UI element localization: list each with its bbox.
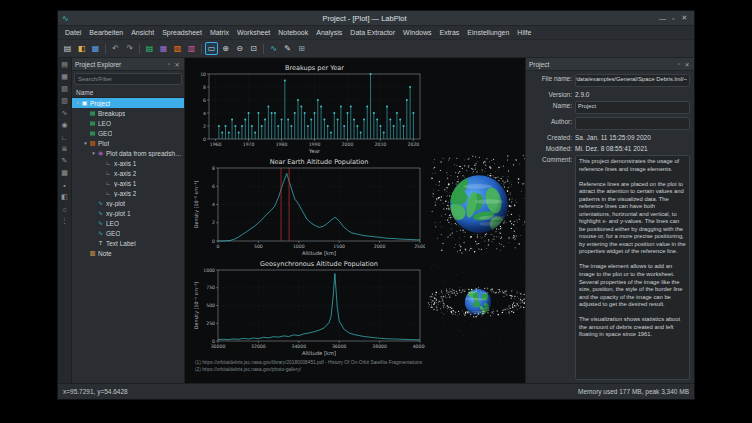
tree-item-xy-plot-1[interactable]: ∿xy-plot 1	[72, 208, 184, 218]
tool-legend-icon[interactable]: ≣	[59, 144, 70, 154]
menu-windows[interactable]: Windows	[399, 29, 435, 36]
close-icon[interactable]: ✕	[173, 61, 181, 68]
tree-item-xy-plot[interactable]: ∿xy-plot	[72, 198, 184, 208]
tree-item-breakups[interactable]: ▤Breakups	[72, 108, 184, 118]
zoom-fit-icon[interactable]: ⊡	[247, 42, 260, 55]
tool-worksheet-icon[interactable]: ▧	[59, 84, 70, 94]
new-notebook-icon[interactable]: ▥	[185, 42, 198, 55]
menu-datei[interactable]: Datei	[61, 29, 85, 36]
new-project-icon[interactable]: ▤	[61, 42, 74, 55]
select-mode-icon[interactable]: ▭	[205, 42, 218, 55]
worksheet-view[interactable]: 19601970198019902000201020200246810Break…	[185, 58, 525, 383]
undock-icon[interactable]: ▫	[675, 61, 683, 67]
redo-icon[interactable]: ↷	[123, 42, 136, 55]
expander-icon[interactable]: ▾	[74, 100, 81, 106]
tool-histogram-icon[interactable]: ▪	[59, 180, 70, 190]
breakups-per-year-chart[interactable]: 19601970198019902000201020200246810Break…	[193, 62, 425, 154]
menu-worksheet[interactable]: Worksheet	[233, 29, 274, 36]
zoom-out-icon[interactable]: ⊖	[233, 42, 246, 55]
svg-text:1980: 1980	[276, 142, 288, 147]
menu-extras[interactable]: Extras	[435, 29, 463, 36]
menu-hilfe[interactable]: Hilfe	[513, 29, 535, 36]
search-input[interactable]: Search/Filter	[74, 73, 182, 85]
field-author: Author:	[530, 117, 690, 130]
memory-usage: Memory used 177 MB, peak 3,340 MB	[578, 388, 689, 395]
menu-ansicht[interactable]: Ansicht	[127, 29, 158, 36]
close-icon[interactable]: ✕	[679, 14, 690, 22]
maximize-icon[interactable]: ▫	[668, 15, 679, 22]
tool-folder-icon[interactable]: ◧	[59, 192, 70, 202]
open-project-icon[interactable]: ◧	[75, 42, 88, 55]
tree-column-header[interactable]: Name	[72, 87, 184, 98]
earth-leo-debris-image[interactable]	[431, 154, 525, 254]
tree-item-leo[interactable]: ▤LEO	[72, 118, 184, 128]
tree-item-note[interactable]: ▥Note	[72, 248, 184, 258]
tree-item-x-axis-2[interactable]: ∟x-axis 2	[72, 168, 184, 178]
menu-notebook[interactable]: Notebook	[274, 29, 312, 36]
tree-item-geo[interactable]: ▤GEO	[72, 128, 184, 138]
tree-item-geo[interactable]: ∿GEO	[72, 228, 184, 238]
zoom-in-icon[interactable]: ⊕	[219, 42, 232, 55]
undock-icon[interactable]: ▫	[165, 61, 173, 67]
close-icon[interactable]: ✕	[683, 61, 691, 68]
curve-icon: ∿	[97, 210, 104, 217]
name-input[interactable]: Project	[575, 101, 690, 114]
tree-item-project[interactable]: ▾▣Project	[72, 98, 184, 108]
grid-icon[interactable]: ⊞	[295, 42, 308, 55]
tree-item-plot-data-from-spreadsheet[interactable]: ▾◉Plot data from spreadsheet	[72, 148, 184, 158]
tool-plot-icon[interactable]: ◉	[59, 120, 70, 130]
undo-icon[interactable]: ↶	[109, 42, 122, 55]
new-worksheet-icon[interactable]: ▧	[171, 42, 184, 55]
tool-matrix-icon[interactable]: ▦	[59, 72, 70, 82]
tool-curve-icon[interactable]: ∿	[59, 108, 70, 118]
tree-item-label: Plot data from spreadsheet	[106, 150, 184, 157]
svg-text:2000: 2000	[342, 142, 354, 147]
add-curve-icon[interactable]: ∿	[267, 42, 280, 55]
tool-more-icon[interactable]: ⋮	[59, 216, 70, 226]
menu-einstellungen[interactable]: Einstellungen	[463, 29, 513, 36]
project-explorer-header[interactable]: Project Explorer ▫ ✕	[72, 58, 184, 71]
expander-icon[interactable]: ▾	[90, 150, 97, 156]
tool-label-icon[interactable]: ✎	[59, 156, 70, 166]
menu-spreadsheet[interactable]: Spreadsheet	[158, 29, 206, 36]
new-matrix-icon[interactable]: ▦	[157, 42, 170, 55]
tree-item-label: LEO	[98, 120, 111, 127]
project-properties-header[interactable]: Project ▫ ✕	[526, 58, 694, 71]
toolbar-separator	[201, 44, 202, 54]
tool-image-icon[interactable]: ▩	[59, 168, 70, 178]
menu-bearbeiten[interactable]: Bearbeiten	[85, 29, 127, 36]
svg-text:2: 2	[212, 220, 215, 225]
project-explorer-title: Project Explorer	[75, 61, 121, 68]
author-input[interactable]	[575, 117, 690, 130]
file-name-input[interactable]: ~/Projekte/labplot/data/examples/General…	[575, 74, 690, 87]
geosynchronous-altitude-chart[interactable]: 3000032000340003600038000400000250500750…	[193, 258, 425, 356]
tool-notebook-icon[interactable]: ▥	[59, 96, 70, 106]
tree-item-y-axis-2[interactable]: ∟y-axis 2	[72, 188, 184, 198]
new-spreadsheet-icon[interactable]: ▤	[143, 42, 156, 55]
tree-item-label: GEO	[98, 130, 112, 137]
expander-icon[interactable]: ▾	[82, 140, 89, 146]
cursor-position: x=95.7291, y=54.6428	[63, 388, 128, 395]
add-text-label-icon[interactable]: ✎	[281, 42, 294, 55]
comment-textarea[interactable]: This project demonstrates the usage of r…	[575, 155, 690, 380]
tool-axis-icon[interactable]: ∟	[59, 132, 70, 142]
tree-item-plot[interactable]: ▾▧Plot	[72, 138, 184, 148]
save-project-icon[interactable]: ▦	[89, 42, 102, 55]
menu-matrix[interactable]: Matrix	[206, 29, 233, 36]
menu-analysis[interactable]: Analysis	[312, 29, 346, 36]
menu-data-extractor[interactable]: Data Extractor	[346, 29, 399, 36]
tree-item-x-axis-1[interactable]: ∟x-axis 1	[72, 158, 184, 168]
title-bar[interactable]: ∿ Project - [Plot] — LabPlot — ▫ ✕	[58, 11, 694, 26]
app-icon: ∿	[62, 14, 72, 23]
tree-item-leo[interactable]: ∿LEO	[72, 218, 184, 228]
svg-text:0: 0	[212, 339, 215, 344]
earth-geo-ring-image[interactable]	[427, 261, 525, 343]
axis-icon: ∟	[105, 190, 112, 197]
tree-item-text-label[interactable]: TText Label	[72, 238, 184, 248]
minimize-icon[interactable]: —	[657, 15, 668, 22]
tool-spreadsheet-icon[interactable]: ▤	[59, 60, 70, 70]
tree-item-y-axis-1[interactable]: ∟y-axis 1	[72, 178, 184, 188]
svg-text:2000: 2000	[374, 244, 386, 249]
near-earth-altitude-chart[interactable]: 0500100015002000250002468Near Earth Alti…	[193, 156, 425, 256]
tool-datapicker-icon[interactable]: ○	[59, 204, 70, 214]
